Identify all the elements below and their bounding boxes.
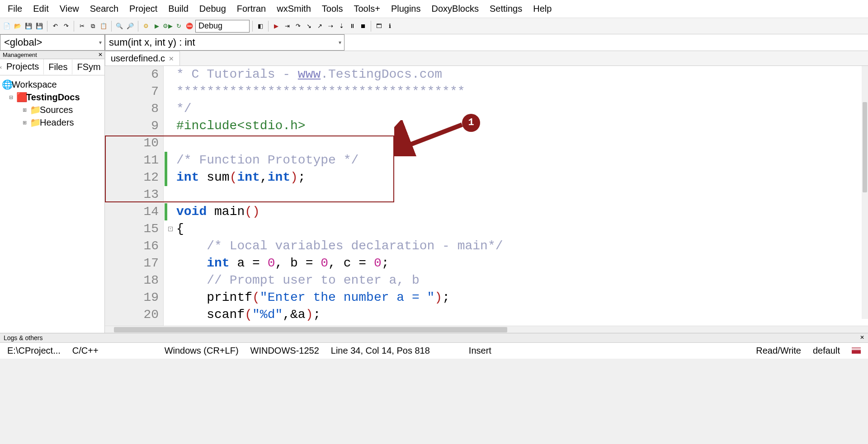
next-instr-icon[interactable]: ⇢ <box>326 21 335 31</box>
paste-icon[interactable]: 📋 <box>99 21 108 31</box>
cut-icon[interactable]: ✂ <box>77 21 87 31</box>
fold-column: - <box>168 66 174 326</box>
menu-fortran[interactable]: Fortran <box>232 2 271 16</box>
editor-tab-label: userdefined.c <box>111 53 165 64</box>
menu-plugins[interactable]: Plugins <box>386 2 426 16</box>
tab-files[interactable]: Files <box>44 60 72 75</box>
editor-tabs: userdefined.c ✕ <box>105 51 868 66</box>
tree-workspace[interactable]: 🌐 Workspace <box>1 78 104 91</box>
step-into-instr-icon[interactable]: ⇣ <box>336 21 346 31</box>
build-target-select[interactable]: Debug <box>195 20 250 33</box>
debugging-windows-icon[interactable]: 🗔 <box>374 21 384 31</box>
menu-edit[interactable]: Edit <box>28 2 53 16</box>
horizontal-scrollbar-thumb[interactable] <box>114 327 507 332</box>
next-line-icon[interactable]: ↷ <box>293 21 303 31</box>
save-all-icon[interactable]: 💾 <box>34 21 44 31</box>
build-run-icon[interactable]: ⚙▶ <box>163 21 173 31</box>
status-eol: Windows (CR+LF) <box>159 345 244 357</box>
scope-select-namespace[interactable]: <global> <box>0 34 105 51</box>
tree-toggle-icon[interactable]: ⊟ <box>9 94 14 100</box>
logs-title-label: Logs & others <box>4 334 42 341</box>
status-language: C/C++ <box>67 345 104 357</box>
horizontal-scrollbar[interactable] <box>105 326 868 333</box>
menu-wxsmith[interactable]: wxSmith <box>272 2 316 16</box>
save-icon[interactable]: 💾 <box>24 21 33 31</box>
tab-projects[interactable]: Projects <box>2 59 44 75</box>
redo-icon[interactable]: ↷ <box>61 21 71 31</box>
status-encoding: WINDOWS-1252 <box>245 345 325 357</box>
management-title-label: Management <box>3 51 37 58</box>
statusbar: E:\CProject... C/C++ Windows (CR+LF) WIN… <box>0 342 868 359</box>
close-logs-icon[interactable]: ✕ <box>860 334 864 341</box>
logs-panel-title: Logs & others ✕ <box>0 333 868 342</box>
menu-debug[interactable]: Debug <box>194 2 231 16</box>
status-path: E:\CProject... <box>2 345 66 357</box>
management-title: Management ✕ <box>0 51 104 59</box>
tree-toggle-icon[interactable]: ⊞ <box>23 107 28 113</box>
tree-toggle-icon[interactable]: ⊞ <box>23 120 28 126</box>
debug-continue-icon[interactable]: ▶ <box>271 21 281 31</box>
line-number-gutter: 67891011121314151617181920 <box>105 66 164 326</box>
project-tree: 🌐 Workspace ⊟ 🟥 TestingDocs ⊞ 📁 Sources … <box>0 75 104 131</box>
code-editor[interactable]: 67891011121314151617181920 - * C Tutoria… <box>105 66 868 326</box>
editor-tab-userdefined[interactable]: userdefined.c ✕ <box>105 51 180 65</box>
find-icon[interactable]: 🔍 <box>114 21 124 31</box>
management-panel: Management ✕ ‹ Projects Files FSym › 🌐 W… <box>0 51 105 333</box>
status-cursor-position: Line 34, Col 14, Pos 818 <box>326 345 435 357</box>
build-icon[interactable]: ⚙ <box>141 21 151 31</box>
new-file-icon[interactable]: 📄 <box>2 21 12 31</box>
rebuild-icon[interactable]: ↻ <box>174 21 184 31</box>
status-readwrite: Read/Write <box>750 345 807 357</box>
stop-debugger-icon[interactable]: ⏹ <box>358 21 368 31</box>
scope-select-function[interactable]: sum(int x, int y) : int <box>105 34 344 51</box>
step-out-icon[interactable]: ↗ <box>315 21 325 31</box>
break-debugger-icon[interactable]: ⏸ <box>347 21 357 31</box>
replace-icon[interactable]: 🔎 <box>125 21 135 31</box>
open-file-icon[interactable]: 📂 <box>13 21 23 31</box>
status-insert-mode: Insert <box>463 345 497 357</box>
folder-icon: 📁 <box>30 117 38 128</box>
run-to-cursor-icon[interactable]: ⇥ <box>282 21 292 31</box>
menu-build[interactable]: Build <box>163 2 193 16</box>
menu-file[interactable]: File <box>3 2 27 16</box>
various-info-icon[interactable]: ℹ <box>385 21 395 31</box>
annotation-badge: 1 <box>462 114 480 132</box>
tree-workspace-label: Workspace <box>12 79 57 90</box>
tree-sources[interactable]: ⊞ 📁 Sources <box>1 103 104 116</box>
code-content[interactable]: * C Tutorials - www.TestingDocs.com*****… <box>174 66 868 326</box>
menu-project[interactable]: Project <box>124 2 162 16</box>
status-profile: default <box>807 345 845 357</box>
management-tabs: ‹ Projects Files FSym › <box>0 59 104 75</box>
abort-icon[interactable]: ⛔ <box>184 21 194 31</box>
scope-row: <global> sum(int x, int y) : int <box>0 34 868 51</box>
editor-panel: userdefined.c ✕ 678910111213141516171819… <box>105 51 868 333</box>
tree-headers-label: Headers <box>40 117 74 128</box>
menu-doxyblocks[interactable]: DoxyBlocks <box>426 2 483 16</box>
tab-fsymbols[interactable]: FSym <box>72 60 105 75</box>
folder-icon: 📁 <box>30 104 38 115</box>
step-into-icon[interactable]: ↘ <box>304 21 314 31</box>
change-marker-column <box>164 66 168 326</box>
toolbar: 📄 📂 💾 💾 ↶ ↷ ✂ ⧉ 📋 🔍 🔎 ⚙ ▶ ⚙▶ ↻ ⛔ Debug ◧… <box>0 18 868 34</box>
tree-project-label: TestingDocs <box>26 92 80 103</box>
tree-project[interactable]: ⊟ 🟥 TestingDocs <box>1 91 104 103</box>
project-icon: 🟥 <box>16 92 24 103</box>
vertical-scrollbar[interactable] <box>862 66 868 319</box>
menu-tools[interactable]: Tools <box>317 2 348 16</box>
run-icon[interactable]: ▶ <box>152 21 162 31</box>
status-locale-flag-icon <box>846 345 866 357</box>
tree-headers[interactable]: ⊞ 📁 Headers <box>1 116 104 129</box>
menu-settings[interactable]: Settings <box>485 2 527 16</box>
menu-search[interactable]: Search <box>85 2 123 16</box>
menu-view[interactable]: View <box>55 2 84 16</box>
workspace-icon: 🌐 <box>2 79 10 90</box>
copy-icon[interactable]: ⧉ <box>88 21 98 31</box>
menu-tools-plus[interactable]: Tools+ <box>349 2 385 16</box>
toggle-source-header-icon[interactable]: ◧ <box>255 21 265 31</box>
tree-sources-label: Sources <box>40 105 73 115</box>
close-tab-icon[interactable]: ✕ <box>169 55 174 62</box>
vertical-scrollbar-thumb[interactable] <box>863 102 867 192</box>
close-icon[interactable]: ✕ <box>98 51 103 58</box>
undo-icon[interactable]: ↶ <box>50 21 60 31</box>
menu-help[interactable]: Help <box>528 2 557 16</box>
